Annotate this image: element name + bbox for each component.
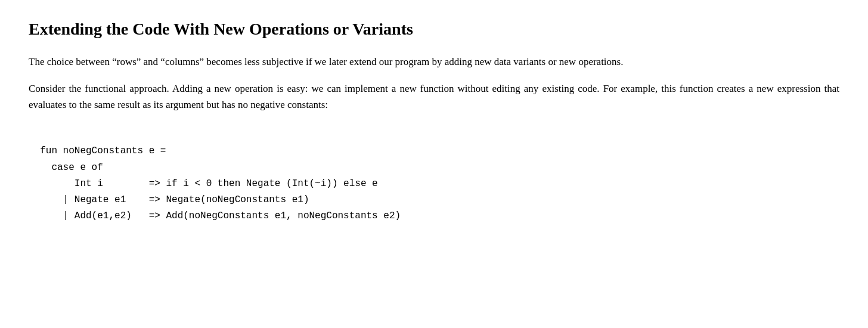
page-title: Extending the Code With New Operations o…	[29, 19, 839, 39]
code-line-3: Int i => if i < 0 then Negate (Int(~i)) …	[29, 178, 378, 189]
code-line-2: case e of	[29, 162, 103, 173]
paragraph-1: The choice between “rows” and “columns” …	[29, 54, 839, 70]
paragraph-2: Consider the functional approach. Adding…	[29, 81, 839, 113]
code-block: fun noNegConstants e = case e of Int i =…	[29, 127, 839, 224]
code-line-4: | Negate e1 => Negate(noNegConstants e1)	[29, 194, 309, 205]
code-line-1: fun noNegConstants e =	[40, 146, 166, 156]
code-line-5: | Add(e1,e2) => Add(noNegConstants e1, n…	[29, 211, 401, 221]
